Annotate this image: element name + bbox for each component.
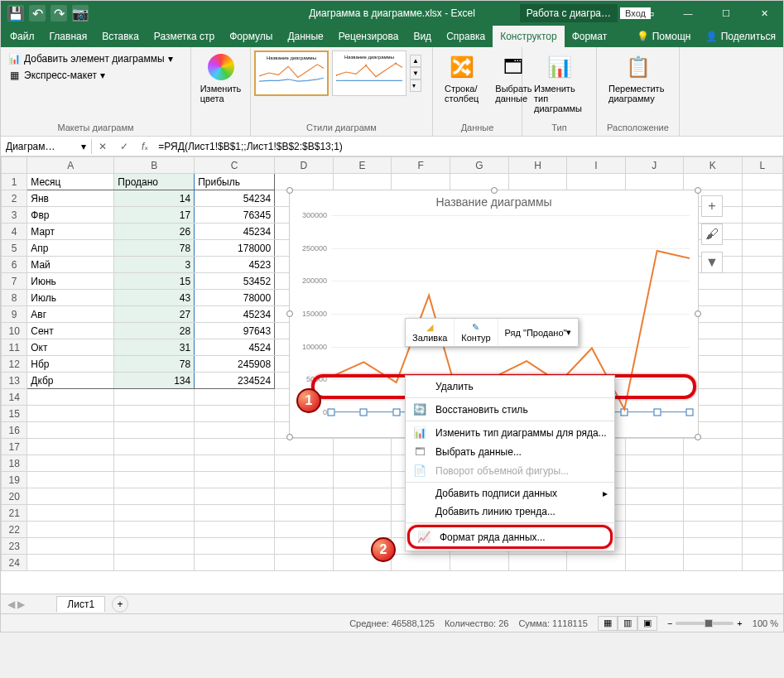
fx-icon[interactable]: fₓ bbox=[135, 141, 155, 152]
cell[interactable]: 15 bbox=[114, 273, 195, 290]
cell[interactable] bbox=[742, 373, 782, 389]
cell[interactable] bbox=[684, 505, 743, 522]
cell[interactable] bbox=[195, 472, 275, 488]
cell[interactable]: 3 bbox=[114, 257, 195, 273]
chart-title[interactable]: Название диаграммы bbox=[290, 190, 698, 214]
row-header[interactable]: 1 bbox=[2, 174, 27, 190]
close-icon[interactable]: ✕ bbox=[745, 1, 783, 26]
cell[interactable] bbox=[275, 488, 334, 505]
cell[interactable]: Дкбр bbox=[27, 373, 114, 389]
cell[interactable] bbox=[27, 406, 114, 422]
cell[interactable] bbox=[684, 439, 743, 455]
cell[interactable] bbox=[114, 389, 195, 406]
row-header[interactable]: 21 bbox=[2, 505, 27, 522]
cell[interactable] bbox=[684, 472, 743, 488]
row-header[interactable]: 8 bbox=[2, 290, 27, 306]
ctx-add-data-labels[interactable]: Добавить подписи данных▸ bbox=[406, 484, 614, 502]
cell[interactable] bbox=[684, 455, 743, 472]
cell[interactable] bbox=[27, 555, 114, 571]
cell[interactable] bbox=[275, 505, 334, 522]
col-K[interactable]: K bbox=[684, 157, 743, 174]
cell[interactable]: 78000 bbox=[195, 290, 275, 306]
cell[interactable] bbox=[195, 406, 275, 422]
row-header[interactable]: 12 bbox=[2, 356, 27, 373]
cell[interactable] bbox=[567, 555, 625, 571]
cell[interactable] bbox=[27, 472, 114, 488]
cell[interactable]: Июль bbox=[27, 290, 114, 306]
cell[interactable] bbox=[27, 422, 114, 439]
col-C[interactable]: C bbox=[195, 157, 275, 174]
chart-style-2[interactable]: Название диаграммы bbox=[332, 50, 406, 96]
cell[interactable]: 45234 bbox=[195, 224, 275, 240]
ctx-reset-style[interactable]: 🔄Восстановить стиль bbox=[406, 400, 614, 419]
cell[interactable] bbox=[508, 174, 567, 190]
cell[interactable]: Апр bbox=[27, 240, 114, 257]
row-header[interactable]: 20 bbox=[2, 488, 27, 505]
tab-help[interactable]: Справка bbox=[439, 26, 493, 47]
cell[interactable] bbox=[114, 422, 195, 439]
cell[interactable] bbox=[742, 257, 782, 273]
cell[interactable] bbox=[450, 174, 508, 190]
row-header[interactable]: 10 bbox=[2, 323, 27, 339]
cell[interactable] bbox=[742, 455, 782, 472]
tab-formulas[interactable]: Формулы bbox=[222, 26, 280, 47]
cell[interactable]: 4523 bbox=[195, 257, 275, 273]
maximize-icon[interactable]: ☐ bbox=[707, 1, 745, 26]
mini-outline[interactable]: ✎Контур bbox=[455, 319, 498, 346]
cell[interactable] bbox=[742, 555, 782, 571]
cell[interactable] bbox=[195, 505, 275, 522]
cell[interactable] bbox=[195, 439, 275, 455]
cell[interactable]: Прибыль bbox=[195, 174, 275, 190]
cell[interactable]: Март bbox=[27, 224, 114, 240]
cell[interactable] bbox=[742, 190, 782, 207]
sheet-tab-1[interactable]: Лист1 bbox=[56, 596, 105, 612]
cell[interactable] bbox=[333, 455, 392, 472]
tab-review[interactable]: Рецензирова bbox=[331, 26, 406, 47]
cell[interactable] bbox=[684, 174, 743, 190]
row-header[interactable]: 4 bbox=[2, 224, 27, 240]
tell-me[interactable]: 💡 Помощн bbox=[629, 26, 698, 47]
share-button[interactable]: 👤 Поделиться bbox=[698, 26, 783, 47]
row-header[interactable]: 17 bbox=[2, 439, 27, 455]
col-J[interactable]: J bbox=[625, 157, 683, 174]
zoom-slider[interactable]: − + bbox=[667, 618, 743, 628]
cell[interactable]: 245908 bbox=[195, 356, 275, 373]
row-header[interactable]: 16 bbox=[2, 422, 27, 439]
row-header[interactable]: 23 bbox=[2, 538, 27, 555]
row-header[interactable]: 11 bbox=[2, 339, 27, 356]
select-all[interactable] bbox=[2, 157, 27, 174]
cell[interactable] bbox=[114, 488, 195, 505]
cell[interactable] bbox=[195, 422, 275, 439]
cell[interactable] bbox=[742, 174, 782, 190]
cell[interactable]: Продано bbox=[114, 174, 195, 190]
chart-styles-button[interactable]: 🖌 bbox=[701, 224, 723, 245]
cell[interactable] bbox=[684, 522, 743, 538]
cell[interactable] bbox=[742, 207, 782, 224]
mini-fill[interactable]: ◢Заливка bbox=[406, 319, 455, 346]
cell[interactable] bbox=[27, 522, 114, 538]
cell[interactable] bbox=[27, 538, 114, 555]
cell[interactable] bbox=[392, 555, 450, 571]
row-header[interactable]: 18 bbox=[2, 455, 27, 472]
mini-series-select[interactable]: Ряд "Продано" ▾ bbox=[498, 319, 579, 346]
quick-layout[interactable]: ▦Экспресс-макет ▾ bbox=[4, 67, 187, 84]
tab-nav-icons[interactable]: ◀ ▶ bbox=[1, 599, 31, 610]
undo-icon[interactable]: ↶ bbox=[29, 5, 46, 22]
cell[interactable] bbox=[625, 538, 683, 555]
cell[interactable] bbox=[333, 488, 392, 505]
row-header[interactable]: 7 bbox=[2, 273, 27, 290]
zoom-level[interactable]: 100 % bbox=[753, 618, 778, 628]
tab-page-layout[interactable]: Разметка стр bbox=[147, 26, 222, 47]
redo-icon[interactable]: ↷ bbox=[51, 5, 67, 22]
row-header[interactable]: 9 bbox=[2, 306, 27, 323]
cell[interactable] bbox=[625, 505, 683, 522]
tab-data[interactable]: Данные bbox=[280, 26, 330, 47]
cell[interactable] bbox=[742, 339, 782, 356]
cell[interactable] bbox=[333, 439, 392, 455]
add-chart-element[interactable]: 📊Добавить элемент диаграммы ▾ bbox=[4, 50, 187, 67]
cell[interactable] bbox=[742, 505, 782, 522]
cell[interactable] bbox=[625, 555, 683, 571]
cell[interactable] bbox=[275, 439, 334, 455]
cell[interactable] bbox=[625, 174, 683, 190]
cell[interactable] bbox=[195, 555, 275, 571]
